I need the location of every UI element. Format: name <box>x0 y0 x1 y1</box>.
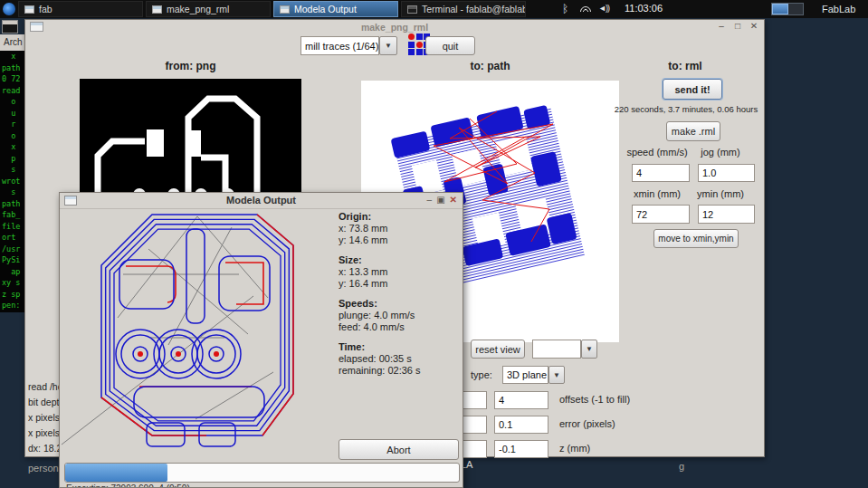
origin-y: y: 14.6 mm <box>339 234 462 246</box>
window-title: Modela Output <box>60 195 463 206</box>
abort-button[interactable]: Abort <box>339 439 459 460</box>
clock: 11:03:06 <box>625 3 663 14</box>
mode-dropdown[interactable]: mill traces (1/64) <box>300 36 379 55</box>
quit-button[interactable]: quit <box>425 36 475 55</box>
bluetooth-icon[interactable]: ᛒ <box>562 3 568 15</box>
to-rml-header: to: rml <box>605 60 766 72</box>
z-input[interactable] <box>494 440 548 458</box>
png-info-line: dx: 18.2 <box>28 443 62 454</box>
desktop: fab make_png_rml Modela Output Terminal … <box>0 0 868 488</box>
time-header: Time: <box>339 341 462 353</box>
make-rml-button[interactable]: make .rml <box>666 121 720 141</box>
wifi-icon[interactable] <box>578 5 593 14</box>
close-icon[interactable]: ✕ <box>749 21 759 31</box>
minimize-icon[interactable]: ‒ <box>427 195 433 205</box>
time-estimate: 220 seconds, 3.7 minutes, 0.06 hours <box>609 104 763 114</box>
ymin-label: ymin (mm) <box>677 188 764 199</box>
taskbar-button-modela-output[interactable]: Modela Output <box>273 1 398 17</box>
type-dropdown[interactable]: 3D plane <box>502 366 548 384</box>
view-dropdown-arrow-icon[interactable]: ▼ <box>581 340 597 359</box>
taskbar-button-label: fab <box>39 4 52 14</box>
window-icon <box>24 5 34 14</box>
type-dropdown-arrow-icon[interactable]: ▼ <box>548 366 565 384</box>
plunge-speed: plunge: 4.0 mm/s <box>339 310 462 321</box>
taskbar-button-label: Terminal - fablab@fablab-... <box>422 4 526 14</box>
z-label: z (mm) <box>559 443 590 454</box>
speeds-header: Speeds: <box>339 298 462 310</box>
offsets-label: offsets (-1 to fill) <box>559 394 630 405</box>
desktop-text-fragment: g <box>679 461 684 472</box>
workspace-switcher[interactable] <box>771 3 804 15</box>
taskbar-button-terminal[interactable]: Terminal - fablab@fablab-... <box>401 1 526 17</box>
background-terminal-icon[interactable] <box>2 20 18 33</box>
origin-header: Origin: <box>339 211 462 223</box>
to-path-header: to: path <box>361 60 619 72</box>
fab-logo-icon[interactable] <box>3 3 15 15</box>
error-label: error (pixels) <box>559 418 615 429</box>
execution-status: Executing: 72993,600, 4 (0:50) <box>66 483 190 488</box>
terminal-icon <box>407 5 417 14</box>
milling-toolpath-image <box>62 211 339 461</box>
type-label: type: <box>471 369 492 380</box>
titlebar[interactable]: make_png_rml ‒ □ ✕ <box>25 20 764 34</box>
job-info: Origin: x: 73.8 mm y: 14.6 mm Size: x: 1… <box>339 211 462 377</box>
host-label: FabLab <box>822 4 855 14</box>
window-icon <box>280 5 290 14</box>
feed-speed: feed: 4.0 mm/s <box>339 321 462 333</box>
window-icon <box>152 5 162 14</box>
taskbar-button-fab[interactable]: fab <box>18 1 143 17</box>
offsets-input[interactable] <box>494 391 548 409</box>
move-to-xmin-ymin-button[interactable]: move to xmin,ymin <box>653 229 739 248</box>
jog-input[interactable] <box>698 164 755 182</box>
from-png-header: from: png <box>80 60 301 72</box>
milling-toolpath-canvas <box>62 211 339 461</box>
png-info-line: x pixels <box>28 412 60 423</box>
png-info-line: bit dept <box>28 397 59 407</box>
terminal-window[interactable]: xpath0 72read o u r o x p swrot spathfab… <box>0 51 24 312</box>
elapsed-time: elapsed: 00:35 s <box>339 353 462 365</box>
taskbar-button-label: Modela Output <box>294 4 357 14</box>
progress-bar <box>64 463 460 483</box>
xmin-input[interactable] <box>632 205 690 224</box>
reset-view-button[interactable]: reset view <box>471 340 525 359</box>
send-it-button[interactable]: send it! <box>663 79 722 100</box>
error-input[interactable] <box>494 416 548 434</box>
minimize-icon[interactable]: ‒ <box>716 21 727 31</box>
origin-x: x: 73.8 mm <box>339 223 462 234</box>
speed-input[interactable] <box>632 164 690 182</box>
size-x: x: 13.3 mm <box>339 266 462 278</box>
taskbar: fab make_png_rml Modela Output Terminal … <box>0 0 868 18</box>
size-y: y: 16.4 mm <box>339 278 462 290</box>
view-dropdown[interactable] <box>532 340 581 359</box>
close-icon[interactable]: ✕ <box>450 195 457 205</box>
png-info-line: x pixels. <box>28 427 62 438</box>
maximize-icon[interactable]: ▣ <box>436 195 444 205</box>
progress-bar-fill <box>65 464 167 482</box>
taskbar-button-label: make_png_rml <box>167 4 229 14</box>
ymin-input[interactable] <box>698 205 755 224</box>
jog-label: jog (mm) <box>677 147 764 158</box>
modela-output-window: Modela Output ‒ ▣ ✕ <box>59 192 463 488</box>
size-header: Size: <box>339 254 462 266</box>
background-window-edge: Arch <box>0 34 24 51</box>
window-title: make_png_rml <box>25 22 764 33</box>
mode-dropdown-arrow-icon[interactable]: ▼ <box>379 36 397 55</box>
maximize-icon[interactable]: □ <box>732 21 743 31</box>
titlebar[interactable]: Modela Output ‒ ▣ ✕ <box>60 193 463 209</box>
volume-icon[interactable]: ◄)) <box>598 4 609 13</box>
taskbar-button-make-png-rml[interactable]: make_png_rml <box>146 1 271 17</box>
remaining-time: remaining: 02:36 s <box>339 365 462 377</box>
